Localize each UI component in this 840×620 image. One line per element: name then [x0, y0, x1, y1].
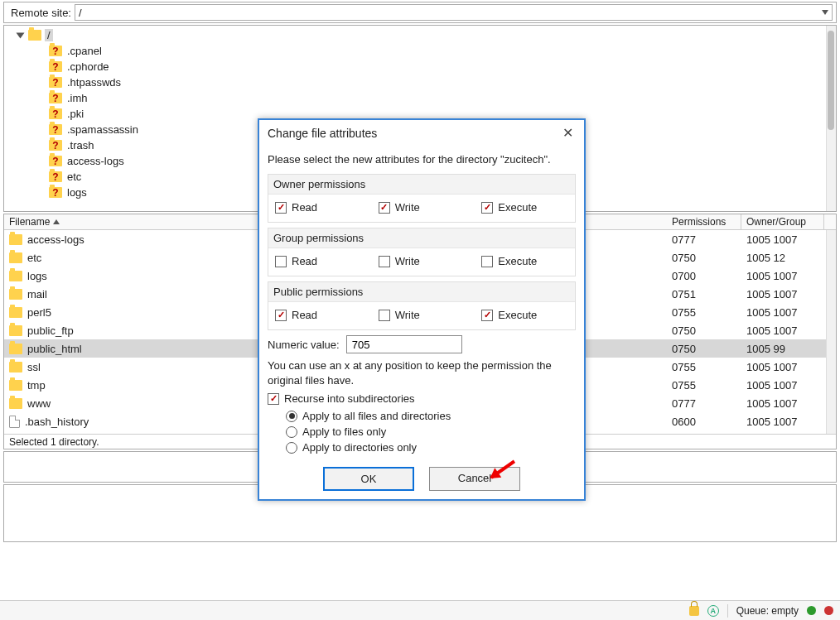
filename-label: public_ftp	[27, 324, 74, 337]
dialog-description: Please select the new attributes for the…	[268, 152, 576, 167]
folder-icon	[9, 271, 22, 281]
checkbox-icon	[275, 256, 287, 267]
group-execute-checkbox[interactable]: Execute	[481, 255, 568, 267]
close-icon[interactable]: ✕	[559, 125, 576, 141]
radio-apply-files[interactable]: Apply to files only	[286, 424, 576, 440]
folder-icon	[9, 234, 22, 245]
group-read-checkbox[interactable]: Read	[275, 255, 362, 267]
filename-label: logs	[27, 270, 47, 282]
radio-apply-dirs[interactable]: Apply to directories only	[286, 440, 576, 455]
folder-icon	[9, 252, 22, 263]
cell-permissions: 0750	[667, 252, 741, 264]
ok-button[interactable]: OK	[323, 467, 414, 491]
tree-item[interactable]: .imh	[49, 90, 836, 106]
col-header-filename[interactable]: Filename	[4, 214, 261, 229]
cell-filename: www	[4, 397, 261, 410]
checkbox-icon	[481, 256, 493, 267]
cell-owner: 1005 1007	[741, 379, 824, 392]
folder-icon	[9, 325, 22, 336]
dialog-button-row: OK Cancel	[268, 467, 576, 491]
cell-filename: perl5	[4, 306, 261, 319]
cell-owner: 1005 1007	[741, 361, 824, 373]
dialog-body: Please select the new attributes for the…	[259, 146, 584, 499]
public-execute-checkbox[interactable]: Execute	[481, 309, 568, 321]
recurse-checkbox[interactable]: Recurse into subdirectories	[268, 392, 576, 405]
filename-label: perl5	[27, 306, 51, 319]
checkbox-checked-icon	[275, 310, 287, 321]
tree-item[interactable]: .cphorde	[49, 59, 836, 74]
remote-path-dropdown[interactable]: /	[75, 4, 833, 21]
tree-scrollbar-thumb[interactable]	[828, 31, 834, 130]
group-permissions-group: Group permissions Read Write Execute	[268, 228, 576, 276]
public-permissions-group: Public permissions Read Write Execute	[268, 281, 576, 330]
filename-label: mail	[27, 288, 47, 300]
filename-label: tmp	[27, 379, 46, 392]
queue-status-label: Queue: empty	[736, 605, 799, 617]
public-read-checkbox[interactable]: Read	[275, 309, 362, 321]
public-write-checkbox[interactable]: Write	[379, 309, 466, 321]
numeric-value-input[interactable]	[346, 335, 462, 353]
filename-label: public_html	[27, 343, 82, 355]
tree-item-label: .imh	[67, 92, 88, 104]
cell-permissions: 0750	[667, 324, 741, 337]
expand-arrow-icon[interactable]	[17, 32, 25, 38]
folder-icon	[9, 380, 22, 391]
dialog-titlebar[interactable]: Change file attributes ✕	[259, 120, 584, 146]
owner-write-checkbox[interactable]: Write	[379, 201, 466, 214]
filename-label: www	[27, 397, 51, 410]
tree-item-label: .cpanel	[67, 45, 102, 57]
radio-icon	[286, 426, 297, 438]
checkbox-checked-icon	[268, 393, 279, 405]
cell-permissions: 0777	[667, 397, 741, 410]
remote-path-value: /	[79, 7, 82, 19]
folder-unknown-icon	[49, 77, 62, 88]
col-header-permissions[interactable]: Permissions	[667, 214, 741, 229]
radio-selected-icon	[286, 411, 297, 422]
cell-permissions: 0755	[667, 306, 741, 319]
tree-item[interactable]: .cpanel	[49, 43, 836, 59]
cell-permissions: 0700	[667, 270, 741, 282]
numeric-value-row: Numeric value:	[268, 335, 576, 353]
cell-owner: 1005 1007	[741, 324, 824, 337]
tree-item-label: .spamassassin	[67, 123, 138, 136]
folder-icon	[9, 398, 22, 409]
checkbox-checked-icon	[379, 202, 390, 214]
cell-filename: public_ftp	[4, 324, 261, 337]
owner-execute-checkbox[interactable]: Execute	[481, 201, 568, 214]
col-scroll-gutter	[824, 214, 836, 229]
tree-root-label: /	[45, 29, 53, 41]
owner-permissions-group: Owner permissions Read Write Execute	[268, 174, 576, 223]
list-scrollbar[interactable]	[826, 230, 836, 434]
cell-owner: 1005 99	[741, 343, 824, 355]
a-status-icon[interactable]: A	[707, 605, 719, 617]
cell-filename: ssl	[4, 361, 261, 373]
chevron-down-icon	[822, 10, 828, 15]
tree-item[interactable]: .htpasswds	[49, 74, 836, 90]
cell-filename: access-logs	[4, 233, 261, 246]
cell-owner: 1005 1007	[741, 288, 824, 300]
owner-read-checkbox[interactable]: Read	[275, 201, 362, 214]
cancel-button[interactable]: Cancel	[429, 467, 520, 491]
status-bar: A Queue: empty	[0, 600, 840, 620]
activity-led-green	[807, 606, 816, 615]
filename-label: etc	[27, 252, 41, 264]
folder-unknown-icon	[49, 124, 62, 135]
folder-icon	[28, 30, 41, 41]
file-attributes-dialog: Change file attributes ✕ Please select t…	[258, 118, 586, 501]
radio-apply-all[interactable]: Apply to all files and directories	[286, 408, 576, 424]
owner-legend: Owner permissions	[268, 175, 575, 195]
lock-icon[interactable]	[689, 606, 699, 616]
filename-label: .bash_history	[25, 416, 89, 428]
tree-scrollbar[interactable]	[826, 26, 836, 211]
group-legend: Group permissions	[268, 228, 575, 248]
cell-owner: 1005 12	[741, 252, 824, 264]
file-icon	[9, 416, 20, 428]
folder-unknown-icon	[49, 93, 62, 103]
radio-icon	[286, 442, 297, 454]
cell-filename: etc	[4, 252, 261, 264]
group-write-checkbox[interactable]: Write	[379, 255, 466, 267]
tree-root-row[interactable]: /	[17, 29, 836, 41]
col-header-owner[interactable]: Owner/Group	[741, 214, 824, 229]
cell-filename: logs	[4, 270, 261, 282]
checkbox-checked-icon	[481, 202, 493, 214]
